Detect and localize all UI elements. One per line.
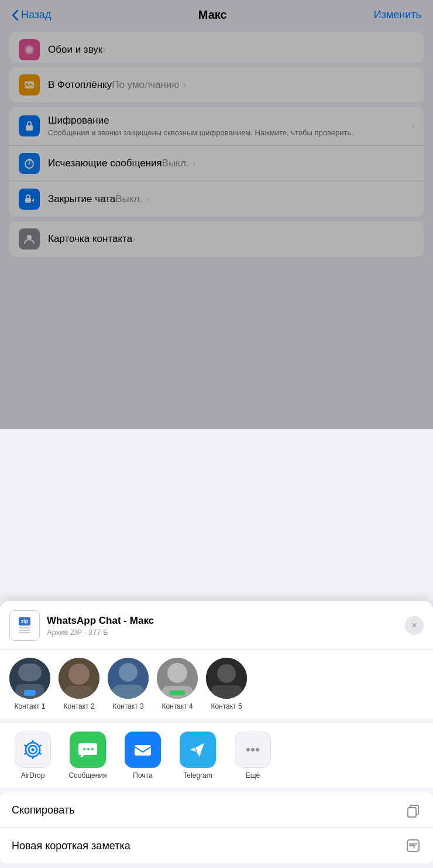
app-item-mail[interactable]: Почта bbox=[119, 732, 166, 780]
svg-point-36 bbox=[91, 748, 94, 750]
share-sheet: zip WhatsApp Chat - Макс Архив ZIP · 377… bbox=[0, 601, 433, 868]
person-avatar bbox=[108, 658, 149, 699]
mail-label: Почта bbox=[133, 771, 152, 780]
person-item[interactable]: Контакт 5 bbox=[206, 658, 247, 710]
person-item[interactable]: Контакт 3 bbox=[108, 658, 149, 710]
file-line bbox=[19, 630, 30, 631]
avatar-placeholder bbox=[59, 658, 99, 699]
person-avatar bbox=[157, 658, 198, 699]
action-group: Скопировать Новая короткая заметка bbox=[0, 792, 433, 863]
zip-badge: zip bbox=[19, 617, 31, 626]
svg-rect-17 bbox=[112, 685, 144, 699]
person-item[interactable]: Контакт 2 bbox=[59, 658, 99, 710]
people-scroll[interactable]: Контакт 1 Контакт 2 Контакт 3 bbox=[0, 650, 433, 719]
airdrop-svg bbox=[22, 739, 44, 761]
person-avatar bbox=[59, 658, 99, 699]
quicknote-icon bbox=[405, 838, 421, 854]
svg-rect-14 bbox=[64, 686, 94, 699]
telegram-svg bbox=[187, 739, 209, 761]
file-line bbox=[19, 627, 30, 628]
messages-icon bbox=[70, 732, 106, 768]
copy-label: Скопировать bbox=[12, 804, 75, 816]
action-row-quicknote[interactable]: Новая короткая заметка bbox=[0, 828, 433, 863]
svg-point-23 bbox=[217, 664, 236, 683]
svg-point-40 bbox=[256, 748, 259, 751]
svg-rect-42 bbox=[408, 808, 416, 817]
close-icon: × bbox=[411, 620, 417, 631]
svg-rect-11 bbox=[24, 690, 36, 696]
svg-point-16 bbox=[119, 663, 138, 682]
airdrop-icon bbox=[15, 732, 51, 768]
more-icon bbox=[235, 732, 271, 768]
svg-point-34 bbox=[83, 748, 85, 750]
copy-svg bbox=[405, 802, 421, 818]
svg-line-29 bbox=[39, 746, 41, 747]
person-avatar bbox=[9, 658, 50, 699]
svg-line-30 bbox=[39, 753, 41, 754]
share-header: zip WhatsApp Chat - Макс Архив ZIP · 377… bbox=[0, 601, 433, 650]
telegram-icon bbox=[180, 732, 216, 768]
person-item[interactable]: Контакт 4 bbox=[157, 658, 198, 710]
mail-svg bbox=[132, 739, 154, 761]
action-row-copy[interactable]: Скопировать bbox=[0, 792, 433, 828]
avatar-placeholder bbox=[9, 658, 50, 699]
app-item-telegram[interactable]: Telegram bbox=[174, 732, 221, 780]
person-name: Контакт 3 bbox=[112, 702, 143, 710]
airdrop-label: AirDrop bbox=[21, 771, 45, 780]
svg-point-35 bbox=[87, 748, 90, 750]
svg-line-32 bbox=[25, 753, 26, 754]
app-item-more[interactable]: Ещё bbox=[229, 732, 276, 780]
person-name: Контакт 5 bbox=[211, 702, 242, 710]
svg-rect-37 bbox=[135, 745, 151, 756]
apps-scroll[interactable]: AirDrop Сообщения Почта bbox=[0, 723, 433, 788]
dimmed-overlay bbox=[0, 0, 433, 429]
svg-point-39 bbox=[251, 748, 255, 751]
file-lines bbox=[19, 627, 30, 634]
file-line bbox=[19, 632, 30, 633]
note-svg bbox=[405, 838, 421, 853]
more-label: Ещё bbox=[246, 771, 260, 780]
svg-rect-9 bbox=[18, 664, 42, 681]
share-file-meta: Архив ZIP · 377 Б bbox=[47, 628, 405, 637]
file-icon: zip bbox=[9, 610, 40, 641]
svg-point-38 bbox=[246, 748, 250, 751]
share-close-button[interactable]: × bbox=[405, 616, 424, 635]
avatar-placeholder bbox=[108, 658, 149, 699]
quicknote-label: Новая короткая заметка bbox=[12, 840, 130, 852]
more-dots-svg bbox=[242, 739, 264, 761]
mail-icon bbox=[125, 732, 161, 768]
avatar-placeholder bbox=[157, 658, 198, 699]
person-name: Контакт 2 bbox=[63, 702, 94, 710]
person-avatar bbox=[206, 658, 247, 699]
svg-point-13 bbox=[68, 664, 90, 685]
messages-svg bbox=[77, 739, 99, 761]
svg-rect-21 bbox=[170, 691, 185, 695]
person-name: Контакт 1 bbox=[14, 702, 45, 710]
svg-line-33 bbox=[25, 746, 26, 747]
messages-label: Сообщения bbox=[68, 771, 106, 780]
svg-point-27 bbox=[32, 749, 35, 751]
share-file-info: WhatsApp Chat - Макс Архив ZIP · 377 Б bbox=[47, 615, 405, 637]
person-item[interactable]: Контакт 1 bbox=[9, 658, 50, 710]
avatar-placeholder bbox=[206, 658, 247, 699]
svg-rect-24 bbox=[211, 685, 242, 699]
person-name: Контакт 4 bbox=[161, 702, 193, 710]
app-item-messages[interactable]: Сообщения bbox=[64, 732, 111, 780]
app-item-airdrop[interactable]: AirDrop bbox=[9, 732, 56, 780]
svg-point-19 bbox=[167, 663, 187, 683]
telegram-label: Telegram bbox=[183, 771, 212, 780]
copy-icon bbox=[405, 802, 421, 818]
share-file-name: WhatsApp Chat - Макс bbox=[47, 615, 405, 627]
